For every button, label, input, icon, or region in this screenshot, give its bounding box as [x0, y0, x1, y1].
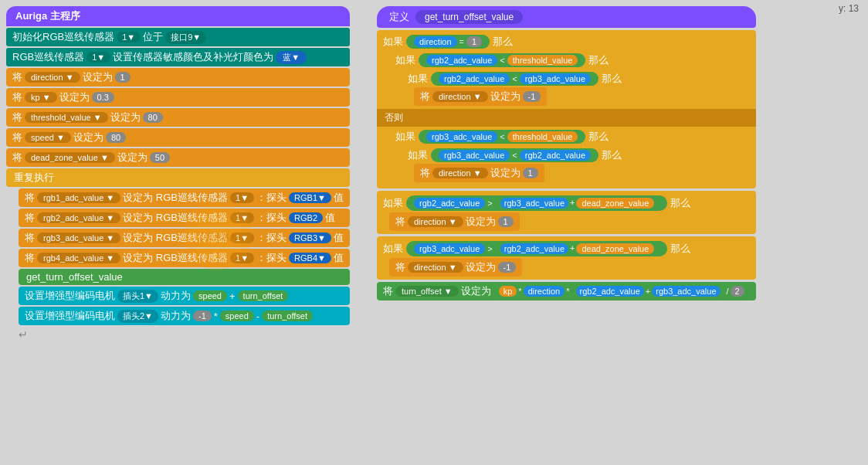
- rgb4-var[interactable]: rgb4_adc_value ▼: [37, 253, 120, 263]
- set-dead-block: 将 dead_zone_value ▼ 设定为 50: [6, 148, 350, 167]
- if6-rgb2[interactable]: rgb2_adc_value: [414, 198, 485, 209]
- right-panel: 定义 get_turn_offset_value 如果 direction = …: [377, 6, 756, 300]
- init-rgb-block: 初始化RGB巡线传感器 1▼ 位于 接口9▼: [6, 28, 350, 46]
- rgb3-adc-var2[interactable]: rgb3_adc_value: [426, 131, 497, 142]
- assign-dir[interactable]: direction: [524, 286, 565, 297]
- direction-val: 1: [115, 72, 131, 83]
- direction-condition: direction = 1: [406, 35, 490, 49]
- if7-rgb3[interactable]: rgb3_adc_value: [414, 243, 485, 254]
- rgb-num-var[interactable]: 1▼: [86, 52, 110, 63]
- rgb3-rgb2-cond: rgb3_adc_value < rgb2_adc_value: [431, 148, 598, 162]
- rgb3-var[interactable]: rgb3_adc_value ▼: [37, 232, 120, 243]
- if-rgb3-rgb2-row: 如果 rgb3_adc_value < rgb2_adc_value 那么: [402, 147, 756, 164]
- if6-rgb3[interactable]: rgb3_adc_value: [500, 198, 568, 209]
- motor1-block: 设置增强型编码电机 插头1▼ 动力为 speed + turn_offset: [19, 287, 350, 305]
- def-func-name: get_turn_offset_value: [415, 10, 523, 24]
- assign-rgb3[interactable]: rgb3_adc_value: [652, 286, 720, 297]
- if-rgb3-threshold: 如果 rgb3_adc_value < threshold_value 那么 如…: [389, 127, 756, 185]
- set-speed-block: 将 speed ▼ 设定为 80: [6, 128, 350, 147]
- direction-var-r[interactable]: direction: [414, 36, 457, 47]
- rgb2-adc-var1[interactable]: rgb2_adc_value: [426, 55, 497, 66]
- assign-rgb2[interactable]: rgb2_adc_value: [576, 286, 644, 297]
- if-rgb2-rgb3-row: 如果 rgb2_adc_value < rgb3_adc_value 那么: [402, 70, 756, 87]
- if-rgb2-gt-rgb3: 如果 rgb2_adc_value > rgb3_adc_value + dea…: [377, 191, 756, 234]
- init-port-var[interactable]: 接口9▼: [165, 31, 206, 44]
- kp-val: 0.3: [92, 92, 114, 103]
- threshold-var1[interactable]: threshold_value: [507, 55, 578, 66]
- dir-var-b[interactable]: direction ▼: [432, 168, 488, 178]
- canvas: y: 13 Auriga 主程序 初始化RGB巡线传感器 1▼ 位于 接口9▼ …: [0, 0, 868, 465]
- set-direction-block: 将 direction ▼ 设定为 1: [6, 68, 350, 87]
- dir-var-a[interactable]: direction ▼: [432, 91, 488, 102]
- init-num-var[interactable]: 1▼: [117, 32, 141, 42]
- rgb2-adc-var2[interactable]: rgb2_adc_value: [439, 73, 510, 84]
- if7-rgb2[interactable]: rgb2_adc_value: [500, 243, 568, 254]
- else-label: 否则: [377, 109, 756, 127]
- rgb-color-var[interactable]: 蓝▼: [276, 51, 307, 64]
- if7-dead[interactable]: dead_zone_value: [576, 243, 654, 254]
- motor2-block: 设置增强型编码电机 插头2▼ 动力为 -1 * speed - turn_off…: [19, 307, 350, 325]
- repeat-block: 重复执行: [6, 168, 350, 187]
- func-call-block[interactable]: get_turn_offset_value: [19, 269, 350, 285]
- speed-var[interactable]: speed ▼: [25, 132, 71, 143]
- rgb1-ch[interactable]: RGB1▼: [289, 192, 331, 203]
- if-rgb3-rgb2: 如果 rgb3_adc_value < rgb2_adc_value 那么 将 …: [402, 145, 756, 184]
- set-threshold-block: 将 threshold_value ▼ 设定为 80: [6, 108, 350, 127]
- set-dir-row-7: 将 direction ▼ 设定为 -1: [389, 258, 522, 277]
- threshold-var[interactable]: threshold_value ▼: [25, 112, 108, 123]
- motor2-offset-var[interactable]: turn_offset: [262, 311, 313, 321]
- left-panel: Auriga 主程序 初始化RGB巡线传感器 1▼ 位于 接口9▼ RGB巡线传…: [6, 6, 350, 341]
- dir-var7[interactable]: direction ▼: [408, 262, 463, 273]
- rgb3-ch[interactable]: RGB3▼: [289, 232, 331, 243]
- rgb4-num[interactable]: 1▼: [230, 253, 254, 263]
- rgb1-var[interactable]: rgb1_adc_value ▼: [37, 192, 120, 203]
- rgb3-threshold-cond: rgb3_adc_value < threshold_value: [419, 130, 585, 144]
- if7-sum: rgb2_adc_value + dead_zone_value: [495, 243, 660, 255]
- set-rgb3-block: 将 rgb3_adc_value ▼ 设定为 RGB巡线传感器 1▼ ：探头 R…: [19, 229, 350, 247]
- rgb2-ch[interactable]: RGB2: [289, 212, 323, 223]
- direction-var[interactable]: direction ▼: [25, 72, 80, 83]
- rgb3-adc-var3[interactable]: rgb3_adc_value: [439, 150, 510, 161]
- rgb3-num[interactable]: 1▼: [230, 232, 254, 243]
- motor1-speed-var[interactable]: speed: [193, 290, 227, 301]
- if-rgb2-threshold-row: 如果 rgb2_adc_value < threshold_value 那么: [389, 52, 756, 69]
- assign-var[interactable]: turn_offset ▼: [395, 286, 459, 297]
- set-rgb4-block: 将 rgb4_adc_value ▼ 设定为 RGB巡线传感器 1▼ ：探头 R…: [19, 249, 350, 267]
- dead-val: 50: [150, 152, 170, 163]
- rgb2-num[interactable]: 1▼: [230, 212, 254, 223]
- rgb2-var[interactable]: rgb2_adc_value ▼: [37, 212, 120, 223]
- motor2-speed-var[interactable]: speed: [220, 311, 254, 321]
- set-dir-neg1-a: 将 direction ▼ 设定为 -1: [414, 87, 756, 106]
- if6-dead[interactable]: dead_zone_value: [576, 198, 654, 209]
- set-dir-1: 将 direction ▼ 设定为 1: [414, 164, 756, 182]
- def-hat: 定义 get_turn_offset_value: [377, 6, 756, 28]
- rgb2-gt-cond: rgb2_adc_value > rgb3_adc_value + dead_z…: [406, 195, 667, 211]
- dead-var[interactable]: dead_zone_value ▼: [25, 152, 115, 163]
- set-dir-7: 将 direction ▼ 设定为 -1: [389, 258, 756, 277]
- kp-var[interactable]: kp ▼: [25, 92, 57, 103]
- set-rgb1-block: 将 rgb1_adc_value ▼ 设定为 RGB巡线传感器 1▼ ：探头 R…: [19, 188, 350, 207]
- rgb4-ch[interactable]: RGB4▼: [289, 253, 331, 263]
- dir-val-b: 1: [523, 168, 538, 178]
- dir-var6[interactable]: direction ▼: [408, 216, 463, 227]
- coord-label: y: 13: [839, 3, 859, 14]
- if-rgb3-gt-rgb2-row: 如果 rgb3_adc_value > rgb2_adc_value + dea…: [377, 239, 756, 258]
- rgb2-rgb3-cond: rgb2_adc_value < rgb3_adc_value: [431, 72, 598, 86]
- motor2-port[interactable]: 插头2▼: [117, 310, 158, 323]
- rgb2-threshold-cond: rgb2_adc_value < threshold_value: [419, 53, 585, 67]
- motor1-offset-var[interactable]: turn_offset: [238, 290, 289, 301]
- set-kp-block: 将 kp ▼ 设定为 0.3: [6, 88, 350, 107]
- rgb2-adc-var3[interactable]: rgb2_adc_value: [520, 150, 591, 161]
- rgb3-adc-var1[interactable]: rgb3_adc_value: [520, 73, 591, 84]
- if6-sum: rgb3_adc_value + dead_zone_value: [495, 197, 660, 209]
- if-rgb2-threshold: 如果 rgb2_adc_value < threshold_value 那么 如…: [389, 50, 756, 109]
- motor1-port[interactable]: 插头1▼: [117, 290, 158, 303]
- set-dir-6: 将 direction ▼ 设定为 1: [389, 212, 756, 231]
- assign-kp[interactable]: kp: [499, 286, 517, 297]
- bottom-arrow: ↵: [19, 328, 350, 341]
- set-dir-row-b: 将 direction ▼ 设定为 1: [414, 164, 544, 182]
- set-rgb2-block: 将 rgb2_adc_value ▼ 设定为 RGB巡线传感器 1▼ ：探头 R…: [19, 209, 350, 227]
- rgb1-num[interactable]: 1▼: [230, 192, 254, 203]
- threshold-var2[interactable]: threshold_value: [507, 131, 578, 142]
- repeat-body: 将 rgb1_adc_value ▼ 设定为 RGB巡线传感器 1▼ ：探头 R…: [19, 188, 350, 325]
